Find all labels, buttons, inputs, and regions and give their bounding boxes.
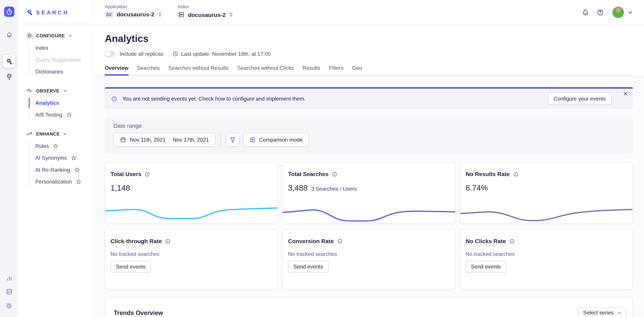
recommend-button[interactable] [5,73,13,80]
date-range-picker[interactable]: Nov 11th, 2021 | Nov 17th, 2021 [114,133,216,146]
tab-searches-without-results[interactable]: Searches without Results [168,65,228,75]
gear-icon [6,302,13,310]
sidebar-item-ai-re-ranking[interactable]: AI Re-Ranking [18,164,93,176]
application-badge: D2 [105,11,114,18]
metric-cards-row-1: Total Users 1,148 Total Searches [105,162,633,224]
info-icon[interactable] [145,172,150,177]
sidebar-item-dictionaries[interactable]: Dictionaries [18,66,93,78]
star-icon [71,155,76,161]
nav-head-configure[interactable]: CONFIGURE [18,32,93,38]
user-avatar[interactable] [612,6,624,18]
sidebar-item-ai-synonyms[interactable]: AI Synonyms [18,152,93,164]
notifications-button[interactable] [582,9,589,16]
application-value: docusaurus-2 [117,11,154,18]
sparkline-no-results-rate [460,203,632,222]
info-icon[interactable] [513,172,518,177]
info-icon[interactable] [165,238,170,244]
data-rail-button[interactable] [6,288,12,295]
nav-section-observe: OBSERVE Analytics A/B Testing [18,88,93,121]
sidebar: SEARCH CONFIGURE [18,0,93,317]
application-selector[interactable]: D2 docusaurus-2 [105,11,162,18]
sidebar-item-ab-testing[interactable]: A/B Testing [18,109,93,121]
comparison-mode-button[interactable]: Comparison mode [243,133,309,146]
tab-overview[interactable]: Overview [105,65,129,75]
replicas-toggle[interactable]: ✕ [105,50,116,57]
sidebar-item-label: Index [35,45,48,51]
replicas-toggle-label: Include all replicas [120,51,164,57]
pulse-icon [26,88,32,94]
metric-title: Total Searches [288,171,328,178]
metric-card-conversion-rate: Conversion Rate No tracked searches Send… [282,229,455,290]
trends-title: Trends Overview [114,307,163,317]
info-icon[interactable] [509,238,514,244]
tab-geo[interactable]: Geo [352,65,362,75]
info-icon[interactable] [332,172,337,177]
metric-card-click-through-rate: Click-through Rate No tracked searches S… [105,229,278,290]
sidebar-item-label: A/B Testing [35,112,62,118]
close-icon[interactable] [623,91,628,96]
banner-message: You are not sending events yet. Check ho… [122,96,306,102]
search-logo[interactable]: SEARCH [18,0,93,16]
metric-title: No Results Rate [466,171,510,178]
metric-value: 6.74% [466,184,488,192]
index-stack-icon [178,11,184,18]
send-events-button[interactable]: Send events [110,261,151,272]
application-label: Application [105,4,162,9]
settings-rail-button[interactable] [6,302,13,310]
tab-results[interactable]: Results [302,65,320,75]
lightbulb-flash-icon [5,73,13,80]
nav-head-observe[interactable]: OBSERVE [18,88,93,94]
sidebar-item-personalization[interactable]: Personalization [18,176,93,188]
chevron-down-icon [63,88,67,92]
events-banner: You are not sending events yet. Check ho… [105,87,633,109]
tab-searches-without-clicks[interactable]: Searches without Clicks [237,65,294,75]
empty-state-text: No tracked searches [288,251,449,257]
account-menu-chevron-icon[interactable] [628,10,633,15]
analytics-rail-button[interactable] [6,274,12,281]
app-root: SEARCH CONFIGURE [0,0,644,317]
nav-head-enhance[interactable]: ENHANCE [18,130,93,137]
metric-card-no-clicks-rate: No Clicks Rate No tracked searches Send … [460,229,633,290]
chevron-down-icon [617,310,621,315]
comparison-mode-label: Comparison mode [259,137,303,143]
logo-text: SEARCH [36,9,69,16]
sidebar-nav: CONFIGURE Index Query Suggestions Dictio… [18,24,93,197]
nav-items-configure: Index Query Suggestions Dictionaries [18,42,93,78]
metric-card-total-searches: Total Searches 3,488 3 Searches / Users [282,162,455,224]
index-selector-group: Index docusaurus-2 [178,0,234,25]
nav-section-label: OBSERVE [36,88,60,93]
tab-filters[interactable]: Filters [329,65,344,75]
page-title: Analytics [105,25,633,44]
sidebar-item-label: Personalization [35,178,72,185]
configure-events-button[interactable]: Configure your events [548,93,612,104]
metric-value: 1,148 [110,184,130,192]
index-label: Index [178,4,234,9]
nav-section-configure: CONFIGURE Index Query Suggestions Dictio… [18,32,93,78]
index-selector[interactable]: docusaurus-2 [178,11,234,18]
help-button[interactable] [597,9,604,16]
info-icon[interactable] [337,238,342,244]
app-logo-button[interactable] [4,6,14,17]
sidebar-item-query-suggestions[interactable]: Query Suggestions [18,54,93,66]
sidebar-item-analytics[interactable]: Analytics [18,97,93,109]
sidebar-item-rules[interactable]: Rules [18,140,93,152]
search-section-button[interactable] [2,54,16,68]
clock-icon [172,51,178,56]
sidebar-item-index[interactable]: Index [18,42,93,54]
sidebar-item-label: Rules [35,143,49,149]
filter-button[interactable] [226,133,239,146]
metric-card-total-users: Total Users 1,148 [105,162,278,224]
tab-searches[interactable]: Searches [137,65,160,75]
sort-chevrons-icon [229,12,234,17]
select-series-button[interactable]: Select series [578,307,627,317]
calendar-icon [120,137,126,143]
home-button[interactable] [6,31,12,38]
sidebar-item-label: Analytics [35,100,59,106]
date-range-panel: Date range Nov 11th, 2021 | Nov 17th, 20… [105,116,633,154]
send-events-button[interactable]: Send events [288,261,328,272]
last-update-text: Last update: November 18th, at 17:05 [181,51,271,57]
send-events-button[interactable]: Send events [466,261,506,272]
chevron-down-icon [63,132,67,136]
sparkline-total-users [105,203,278,222]
vertical-separator [220,134,221,146]
